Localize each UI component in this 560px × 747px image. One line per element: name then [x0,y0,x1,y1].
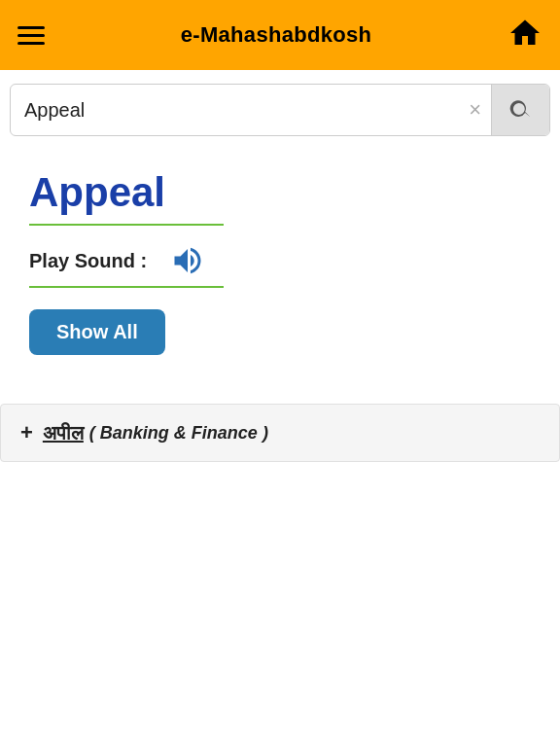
result-plus-icon: + [20,420,33,445]
result-row[interactable]: + अपील ( Banking & Finance ) [0,404,560,462]
divider-2 [29,286,224,288]
hamburger-menu-button[interactable] [18,26,45,45]
search-input[interactable] [11,99,459,122]
result-word: अपील [43,422,84,445]
result-category: ( Banking & Finance ) [89,423,268,444]
search-icon [508,97,534,123]
play-sound-button[interactable] [166,243,209,278]
divider-1 [29,224,224,226]
search-bar: × [10,84,550,136]
search-submit-button[interactable] [491,84,549,136]
speaker-icon [166,243,209,278]
show-all-button[interactable]: Show All [29,309,165,355]
app-header: e-Mahashabdkosh [0,0,560,70]
app-title: e-Mahashabdkosh [181,22,371,48]
word-title: Appeal [29,169,531,216]
play-sound-label: Play Sound : [29,250,147,272]
play-sound-row: Play Sound : [29,243,531,278]
search-clear-button[interactable]: × [459,99,491,121]
home-button[interactable] [508,16,542,54]
home-icon [508,37,542,53]
main-content: Appeal Play Sound : Show All [0,150,560,404]
